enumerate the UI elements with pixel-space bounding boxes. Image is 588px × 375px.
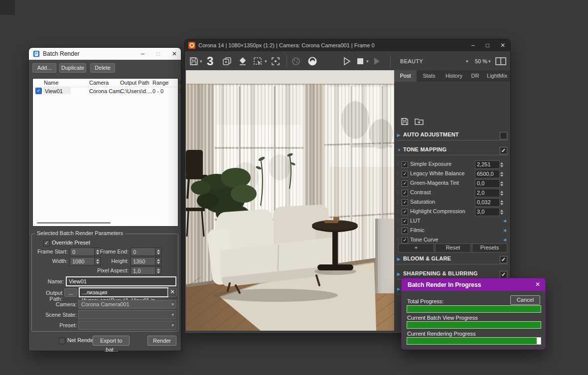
presets-button[interactable]: Presets (472, 244, 507, 252)
horizontal-scrollbar[interactable] (37, 222, 111, 224)
camera-dropdown[interactable]: Corona Camera001▾ (78, 300, 176, 309)
spinner[interactable] (155, 257, 161, 265)
net-render-checkbox[interactable] (59, 338, 65, 344)
value-field[interactable]: 2,0 (475, 189, 500, 197)
section-bloom-glare[interactable]: ▶ BLOOM & GLARE ✓ (396, 255, 508, 264)
add-button[interactable]: Add... (32, 63, 56, 73)
split-view-icon[interactable] (495, 56, 507, 67)
row-checkbox[interactable]: ✓ (402, 228, 408, 234)
bloom-glare-checkbox[interactable]: ✓ (500, 256, 507, 263)
spinner[interactable] (499, 170, 504, 178)
batch-render-titlebar[interactable]: Batch Render – □ ✕ (29, 48, 181, 60)
render-region-icon[interactable]: ▾ (253, 56, 267, 67)
spinner[interactable] (499, 198, 504, 207)
spinner[interactable] (499, 208, 504, 216)
value-field[interactable]: 6500,0 (475, 170, 500, 178)
table-row[interactable]: ✓ View01 Corona Cam... C:\Users\d.... 0 … (33, 87, 178, 95)
zoom-dropdown[interactable]: 50 %▾ (475, 56, 491, 67)
section-auto-adjustment[interactable]: ▶ AUTO ADJUSTMENT (396, 131, 508, 140)
drag-handle-icon[interactable]: ⋮ (396, 171, 400, 176)
spinner[interactable] (499, 189, 504, 197)
drag-handle-icon[interactable]: ⋮ (396, 199, 400, 204)
add-operator-button[interactable]: + (398, 244, 434, 252)
row-checkbox[interactable]: ✓ (35, 88, 42, 94)
drag-handle-icon[interactable]: ⋮ (396, 161, 400, 166)
browse-button[interactable]: ... (64, 288, 77, 297)
delete-button[interactable]: Delete (90, 63, 115, 73)
value-field[interactable]: 3,0 (475, 208, 500, 216)
value-field[interactable]: 0,0 (475, 179, 500, 188)
reset-button[interactable]: Reset (435, 244, 471, 252)
stop-render-icon[interactable]: ▾ (355, 56, 369, 67)
row-checkbox[interactable]: ✓ (402, 199, 408, 206)
vfb-titlebar[interactable]: Corona 14 | 1080×1350px (1:2) | Camera: … (185, 39, 510, 51)
close-icon[interactable]: ✕ (172, 50, 177, 57)
row-checkbox[interactable]: ✓ (402, 171, 408, 177)
scene-state-dropdown[interactable]: ▾ (78, 310, 176, 319)
track-mouse-icon[interactable] (271, 56, 281, 67)
spinner[interactable] (499, 160, 504, 169)
row-checkbox[interactable]: ✓ (402, 218, 408, 225)
frame-start-field[interactable]: 0 (70, 248, 101, 256)
tab-lightmix[interactable]: LightMix (484, 70, 510, 82)
drag-handle-icon[interactable]: ⋮ (396, 237, 400, 242)
sharpening-checkbox[interactable]: ✓ (500, 271, 507, 278)
minimize-icon[interactable]: – (141, 50, 145, 57)
row-checkbox[interactable]: ✓ (402, 237, 408, 244)
channel-dropdown[interactable]: BEAUTY (400, 56, 423, 67)
minimize-icon[interactable]: – (471, 42, 475, 49)
channel-dropdown-arrow-icon[interactable]: ▾ (465, 56, 468, 67)
maximize-icon[interactable]: □ (156, 50, 160, 57)
progress-titlebar[interactable]: Batch Render In Progress ✕ (402, 278, 545, 291)
output-path-field[interactable]: ...лизация Интерьера\Визы\1_View01.jp (79, 287, 168, 297)
frame-end-field[interactable]: 0 (131, 248, 161, 256)
render-button[interactable]: Render (147, 336, 176, 346)
close-icon[interactable]: ✕ (500, 42, 505, 49)
tab-post[interactable]: Post (394, 70, 417, 82)
expand-left-icon[interactable]: ◀ (503, 219, 506, 223)
load-config-icon[interactable] (414, 117, 424, 127)
save-config-icon[interactable] (400, 117, 410, 127)
value-field[interactable]: 0,032 (475, 198, 500, 207)
drag-handle-icon[interactable]: ⋮ (396, 180, 400, 185)
drag-handle-icon[interactable]: ⋮ (396, 209, 400, 214)
spinner[interactable] (155, 248, 161, 255)
row-checkbox[interactable]: ✓ (402, 161, 408, 168)
row-checkbox[interactable]: ✓ (402, 190, 408, 196)
drag-handle-icon[interactable]: ⋮ (396, 218, 400, 223)
name-field[interactable]: View01 (66, 276, 176, 286)
spinner[interactable] (499, 179, 504, 188)
auto-adjustment-checkbox[interactable] (500, 132, 507, 139)
spinner[interactable] (155, 267, 161, 274)
corona-swirl-icon[interactable] (306, 56, 318, 67)
expand-left-icon[interactable]: ◀ (503, 238, 506, 242)
export-bat-button[interactable]: Export to .bat... (93, 336, 130, 346)
maximize-icon[interactable]: □ (486, 42, 489, 49)
save-image-icon[interactable]: ▾ (189, 56, 202, 67)
row-checkbox[interactable]: ✓ (402, 209, 408, 215)
start-render-icon[interactable] (342, 56, 352, 67)
row-checkbox[interactable]: ✓ (402, 180, 408, 187)
close-icon[interactable]: ✕ (535, 281, 540, 288)
duplicate-buffer-icon[interactable] (222, 56, 233, 67)
render-viewport[interactable] (186, 70, 394, 331)
preset-dropdown[interactable]: ▾ (78, 321, 176, 330)
value-field[interactable]: 2,251 (475, 160, 500, 169)
pixel-aspect-field[interactable]: 1,0 (131, 266, 161, 275)
tab-stats[interactable]: Stats (417, 70, 442, 82)
tab-dr[interactable]: DR (466, 70, 484, 82)
override-preset-checkbox[interactable]: ✓ (43, 240, 50, 247)
height-field[interactable]: 1350 (131, 257, 161, 265)
clear-path-icon[interactable]: ✕ (168, 288, 177, 297)
tab-history[interactable]: History (441, 70, 467, 82)
cancel-button[interactable]: Cancel (510, 295, 540, 305)
width-field[interactable]: 1080 (70, 257, 101, 265)
expand-left-icon[interactable]: ◀ (503, 228, 506, 233)
tone-mapping-checkbox[interactable]: ✓ (500, 147, 507, 154)
drag-handle-icon[interactable]: ⋮ (396, 190, 400, 195)
drag-handle-icon[interactable]: ⋮ (396, 228, 400, 233)
duplicate-button[interactable]: Duplicate (59, 63, 86, 73)
clear-buffer-icon[interactable] (238, 56, 248, 67)
batch-views-list[interactable]: Name Camera Output Path Range P ✓ View01… (32, 78, 178, 227)
section-tone-mapping[interactable]: ▼ TONE MAPPING ✓ (396, 146, 508, 155)
